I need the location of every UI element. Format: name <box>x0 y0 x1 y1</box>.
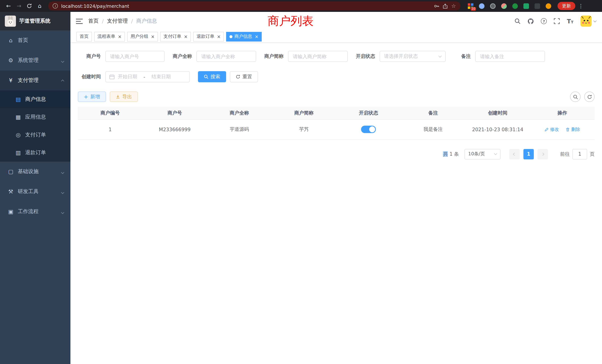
total-suffix: 条 <box>454 151 459 157</box>
extension-icon[interactable] <box>523 3 529 9</box>
search-button[interactable]: 搜索 <box>198 71 226 82</box>
delete-link[interactable]: 删除 <box>566 126 580 132</box>
sidebar-item-home[interactable]: ⌂ 首页 <box>0 30 70 50</box>
share-icon[interactable] <box>443 3 448 9</box>
url-text: localhost:1024/pay/merchant <box>61 3 129 9</box>
password-key-icon[interactable] <box>434 3 440 9</box>
avatar-pikachu-icon <box>580 16 592 27</box>
date-separator: - <box>140 74 148 79</box>
site-info-icon[interactable]: i <box>53 3 58 9</box>
extension-puzzle-icon[interactable] <box>534 3 540 9</box>
add-button[interactable]: + 新增 <box>78 92 106 102</box>
tab-process-form[interactable]: 流程表单 × <box>94 32 125 41</box>
sidebar-item-pay-order[interactable]: ◎ 支付订单 <box>0 126 70 144</box>
remark-input[interactable] <box>475 51 545 62</box>
sidebar-item-app-info[interactable]: ▦ 应用信息 <box>0 108 70 126</box>
goto-page-input[interactable] <box>572 149 587 159</box>
active-dot <box>230 35 233 38</box>
refresh-icon <box>587 94 592 99</box>
tab-pay-order[interactable]: 支付订单 × <box>160 32 191 41</box>
search-icon[interactable] <box>515 18 521 24</box>
edit-link[interactable]: 修改 <box>545 126 559 132</box>
page-size-select[interactable]: 10条/页 <box>464 149 500 159</box>
tab-refund-order[interactable]: 退款订单 × <box>193 32 224 41</box>
browser-reload-icon[interactable] <box>24 1 34 11</box>
next-page-button[interactable] <box>538 149 548 159</box>
status-toggle[interactable] <box>361 126 376 133</box>
extension-icon[interactable] <box>489 3 496 9</box>
status-select[interactable]: 请选择开启状态 <box>380 51 446 62</box>
table-row: 1 M233666999 芋道源码 芋艿 我是备注 2021-10-23 08:… <box>78 119 595 139</box>
tab-merchant-info[interactable]: 商户信息 × <box>226 32 262 41</box>
sidebar-item-merchant-info[interactable]: ▤ 商户信息 <box>0 90 70 108</box>
close-icon[interactable]: × <box>151 34 155 39</box>
pencil-icon <box>545 127 549 131</box>
column-header: 操作 <box>530 107 595 119</box>
merchant-no-label: 商户号 <box>78 53 101 60</box>
browser-update-button[interactable]: 更新 <box>558 2 575 10</box>
prev-page-button[interactable] <box>509 149 520 159</box>
breadcrumb-section[interactable]: 支付管理 <box>107 18 128 24</box>
browser-forward-icon[interactable]: → <box>14 1 24 11</box>
page-number-button[interactable]: 1 <box>523 149 534 159</box>
monitor-icon: ▢ <box>7 168 15 175</box>
extension-icon[interactable] <box>500 3 507 9</box>
merchant-name-input[interactable] <box>196 51 256 62</box>
reset-button[interactable]: 重置 <box>230 71 258 82</box>
close-icon[interactable]: × <box>255 34 258 39</box>
font-size-icon[interactable]: TT <box>567 18 574 25</box>
bookmark-star-icon[interactable]: ☆ <box>451 3 456 9</box>
remark-label: 备注 <box>461 53 471 60</box>
extension-badge: 10 <box>471 7 476 11</box>
sidebar-item-workflow[interactable]: ▣ 工作流程 <box>0 202 70 222</box>
tab-home[interactable]: 首页 <box>76 32 92 41</box>
cell-status <box>336 119 401 139</box>
app-logo[interactable]: 芋道管理系统 <box>0 12 70 30</box>
fullscreen-icon[interactable] <box>554 18 560 24</box>
refresh-button[interactable] <box>584 92 595 102</box>
browser-home-icon[interactable]: ⌂ <box>35 1 44 11</box>
chevron-right-icon <box>541 152 544 156</box>
merchant-short-name-input[interactable] <box>288 51 348 62</box>
goto-suffix: 页 <box>590 151 595 157</box>
tab-label: 退款订单 <box>196 33 214 40</box>
export-button[interactable]: 导出 <box>109 92 138 102</box>
close-icon[interactable]: × <box>184 34 188 39</box>
tab-user-group[interactable]: 用户分组 × <box>127 32 158 41</box>
user-avatar[interactable] <box>580 16 596 27</box>
github-icon[interactable] <box>528 18 534 24</box>
address-bar[interactable]: i localhost:1024/pay/merchant ☆ <box>48 1 460 10</box>
extension-icon[interactable] <box>512 3 518 9</box>
close-icon[interactable]: × <box>118 34 122 39</box>
sidebar-item-infrastructure[interactable]: ▢ 基础设施 <box>0 162 70 182</box>
sidebar-item-dev-tools[interactable]: ⚒ 研发工具 <box>0 182 70 202</box>
plus-icon: + <box>84 94 88 99</box>
create-time-range-input[interactable]: 开始日期 - 结束日期 <box>105 71 190 82</box>
tab-label: 支付订单 <box>163 33 181 40</box>
total-prefix: 共 <box>443 151 448 157</box>
extension-icon[interactable]: 10 <box>467 3 474 9</box>
sidebar-item-system[interactable]: ⚙ 系统管理 <box>0 50 70 70</box>
hide-search-button[interactable] <box>570 92 580 102</box>
cell-short-name: 芋艿 <box>272 119 336 139</box>
merchant-no-input[interactable] <box>105 51 165 62</box>
hamburger-icon[interactable] <box>70 18 88 24</box>
chevron-down-icon <box>593 19 597 22</box>
extension-icon[interactable] <box>478 3 485 9</box>
profile-avatar-icon[interactable] <box>545 3 552 9</box>
home-icon: ⌂ <box>7 37 15 44</box>
sidebar-item-payment[interactable]: ¥ 支付管理 <box>0 70 70 90</box>
chevron-down-icon <box>62 169 64 175</box>
help-icon[interactable]: ? <box>541 18 547 24</box>
sidebar-item-label: 基础设施 <box>18 168 39 175</box>
trash-icon <box>566 127 570 131</box>
browser-back-icon[interactable]: ← <box>4 1 13 11</box>
tab-label: 商户信息 <box>235 33 252 40</box>
breadcrumb-home[interactable]: 首页 <box>88 18 99 24</box>
tab-label: 用户分组 <box>130 33 148 40</box>
sidebar-item-label: 应用信息 <box>25 114 46 120</box>
browser-menu-icon[interactable]: ⋮ <box>578 3 583 9</box>
column-header: 商户简称 <box>272 107 336 119</box>
close-icon[interactable]: × <box>217 34 221 39</box>
sidebar-item-refund-order[interactable]: ▥ 退款订单 <box>0 144 70 162</box>
